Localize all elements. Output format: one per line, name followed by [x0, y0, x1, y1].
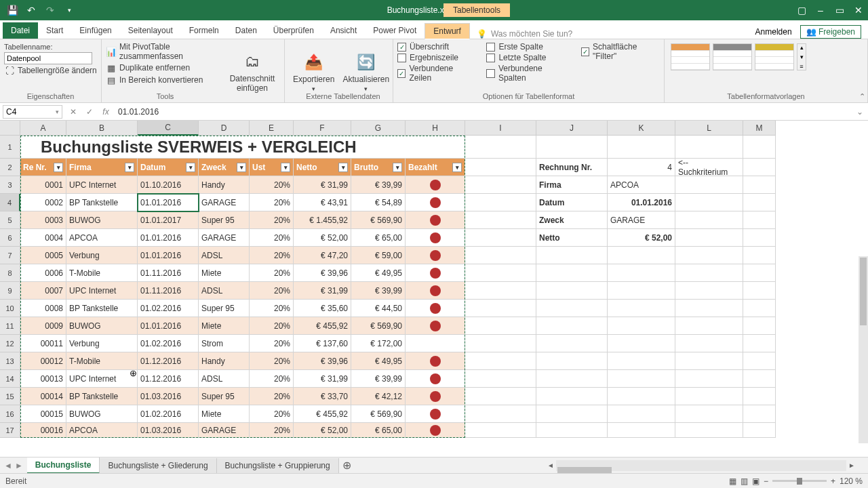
- cell-netto[interactable]: € 52,00: [294, 229, 351, 247]
- cell-brutto[interactable]: € 39,99: [351, 370, 406, 388]
- cell-bezahlt[interactable]: [406, 423, 465, 438]
- cell-firma[interactable]: UPC Internet: [66, 176, 138, 194]
- name-box[interactable]: C4▾: [3, 105, 62, 119]
- column-header[interactable]: D: [199, 121, 250, 136]
- cell[interactable]: [465, 282, 536, 300]
- filter-icon[interactable]: ▾: [125, 163, 134, 172]
- cell[interactable]: [675, 423, 743, 438]
- expand-formula-icon[interactable]: ⌄: [852, 107, 868, 117]
- sheet-nav-prev-icon[interactable]: ◄: [4, 461, 12, 470]
- cell[interactable]: [608, 335, 675, 352]
- cell[interactable]: [743, 136, 776, 159]
- row-header[interactable]: 9: [0, 282, 20, 300]
- remove-duplicates-button[interactable]: ▦Duplikate entfernen: [106, 62, 224, 74]
- cell-firma[interactable]: APCOA: [66, 229, 138, 247]
- slicer-button[interactable]: 🗂Datenschnitt einfügen: [224, 41, 280, 102]
- cell-netto[interactable]: € 455,92: [294, 405, 351, 423]
- column-header[interactable]: C: [138, 121, 199, 136]
- cell-renr[interactable]: 0004: [20, 229, 66, 247]
- cell-ust[interactable]: 20%: [250, 423, 294, 438]
- cell-brutto[interactable]: € 54,89: [351, 194, 406, 211]
- row-header[interactable]: 17: [0, 423, 20, 438]
- filter-icon[interactable]: ▾: [186, 163, 195, 172]
- cell[interactable]: [536, 335, 608, 352]
- cell-datum[interactable]: 01.11.2016: [138, 264, 199, 282]
- minimize-button[interactable]: –: [811, 0, 830, 20]
- new-sheet-button[interactable]: ⊕: [339, 459, 355, 472]
- cell[interactable]: [608, 282, 675, 300]
- cell-ust[interactable]: 20%: [250, 352, 294, 370]
- share-button[interactable]: 👥 Freigeben: [800, 25, 861, 39]
- tab-start[interactable]: Start: [38, 22, 71, 39]
- cell-ust[interactable]: 20%: [250, 282, 294, 300]
- table-header[interactable]: Ust▾: [250, 159, 294, 176]
- row-header[interactable]: 7: [0, 247, 20, 264]
- cell-renr[interactable]: 0003: [20, 211, 66, 229]
- restore-button[interactable]: ▭: [830, 0, 849, 20]
- cell[interactable]: [465, 194, 536, 211]
- cell-firma[interactable]: T-Mobile: [66, 352, 138, 370]
- cell-ust[interactable]: 20%: [250, 264, 294, 282]
- tab-data[interactable]: Daten: [227, 22, 265, 39]
- row-header[interactable]: 6: [0, 229, 20, 247]
- cell[interactable]: [675, 229, 743, 247]
- cell-firma[interactable]: Verbung: [66, 335, 138, 352]
- cell-datum[interactable]: 01.01.2017: [138, 211, 199, 229]
- cell-firma[interactable]: BP Tankstelle: [66, 194, 138, 211]
- cell-netto[interactable]: € 39,96: [294, 352, 351, 370]
- undo-icon[interactable]: ↶: [24, 3, 38, 17]
- cell-netto[interactable]: € 31,99: [294, 370, 351, 388]
- cell[interactable]: [743, 405, 776, 423]
- cell-ust[interactable]: 20%: [250, 335, 294, 352]
- lookup-value[interactable]: 4: [608, 159, 675, 176]
- cell[interactable]: [675, 405, 743, 423]
- cell-renr[interactable]: 0002: [20, 194, 66, 211]
- cell[interactable]: [465, 388, 536, 405]
- tab-design[interactable]: Entwurf: [425, 23, 470, 39]
- cell[interactable]: [675, 264, 743, 282]
- lookup-label[interactable]: Datum: [536, 194, 608, 211]
- cell-datum[interactable]: 01.01.2016: [138, 247, 199, 264]
- row-header[interactable]: 1: [0, 136, 20, 159]
- cell-ust[interactable]: 20%: [250, 388, 294, 405]
- sheet-tab-3[interactable]: Buchungsliste + Gruppierung: [217, 458, 339, 473]
- table-styles-gallery[interactable]: ▴▾≡: [669, 41, 863, 73]
- cell-firma[interactable]: UPC Internet: [66, 370, 138, 388]
- formula-input[interactable]: 01.01.2016: [114, 106, 852, 118]
- cell-datum[interactable]: 01.11.2016: [138, 282, 199, 300]
- collapse-ribbon-icon[interactable]: ⌃: [859, 92, 865, 101]
- column-header[interactable]: J: [536, 121, 608, 136]
- tell-me-search[interactable]: 💡Was möchten Sie tun?: [470, 29, 755, 39]
- cell-renr[interactable]: 0006: [20, 264, 66, 282]
- cell-ust[interactable]: 20%: [250, 300, 294, 317]
- row-header[interactable]: 12: [0, 335, 20, 352]
- checkbox-banded-cols[interactable]: [486, 69, 494, 78]
- cell[interactable]: [536, 388, 608, 405]
- cell-zweck[interactable]: GARAGE: [199, 229, 250, 247]
- row-header[interactable]: 3: [0, 176, 20, 194]
- cell[interactable]: [743, 176, 776, 194]
- cell-bezahlt[interactable]: [406, 247, 465, 264]
- cell-netto[interactable]: € 47,20: [294, 247, 351, 264]
- cell[interactable]: [743, 317, 776, 335]
- column-header[interactable]: E: [250, 121, 294, 136]
- cell-bezahlt[interactable]: [406, 282, 465, 300]
- cell-netto[interactable]: € 31,99: [294, 176, 351, 194]
- cell[interactable]: [743, 352, 776, 370]
- cell-brutto[interactable]: € 39,99: [351, 176, 406, 194]
- cell-datum[interactable]: 01.03.2016: [138, 388, 199, 405]
- row-header[interactable]: 13: [0, 352, 20, 370]
- cell[interactable]: [465, 264, 536, 282]
- view-normal-icon[interactable]: ▦: [729, 476, 736, 486]
- column-header[interactable]: G: [351, 121, 406, 136]
- row-header[interactable]: 15: [0, 388, 20, 405]
- zoom-in-icon[interactable]: +: [831, 476, 835, 486]
- row-header[interactable]: 14: [0, 370, 20, 388]
- cell[interactable]: [743, 264, 776, 282]
- cell-renr[interactable]: 0008: [20, 300, 66, 317]
- cell[interactable]: [675, 176, 743, 194]
- cell[interactable]: [608, 247, 675, 264]
- cell-renr[interactable]: 00011: [20, 335, 66, 352]
- column-header[interactable]: H: [406, 121, 465, 136]
- cell-datum[interactable]: 01.02.2016: [138, 405, 199, 423]
